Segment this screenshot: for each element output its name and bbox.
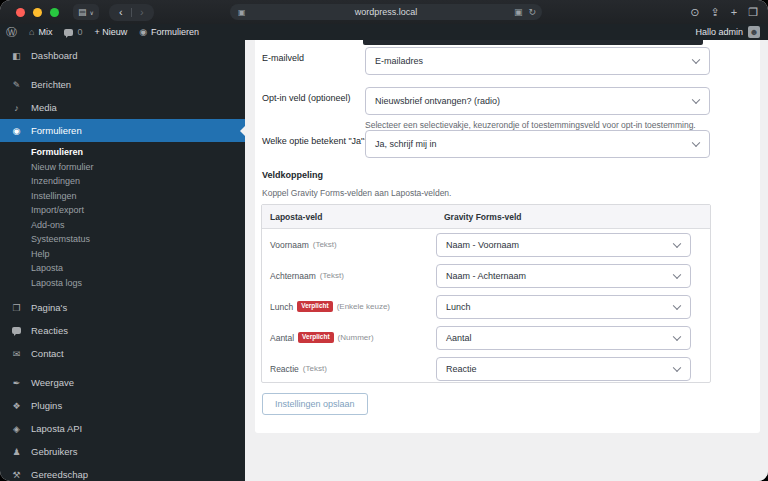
- mapping-value: Naam - Achternaam: [446, 271, 526, 281]
- back-button[interactable]: ‹: [111, 4, 131, 21]
- account-menu[interactable]: Hallo admin ☻: [695, 26, 768, 38]
- field-type: (Tekst): [313, 240, 337, 249]
- submenu-label: Import/export: [31, 205, 84, 215]
- comments-icon: [10, 326, 23, 336]
- optin-field-select[interactable]: Nieuwsbrief ontvangen? (radio): [365, 87, 710, 115]
- sidebar-item-tools[interactable]: ⚒ Gereedschap: [0, 463, 245, 481]
- address-bar[interactable]: ▣ wordpress.local ▣ ↻: [230, 4, 542, 20]
- forms-admin-menu[interactable]: ◉ Formulieren: [133, 24, 205, 40]
- mapping-value: Reactie: [446, 364, 477, 374]
- wp-admin-bar: Ⓦ ⌂ Mix 0 + Nieuw ◉ Formulieren Hallo ad…: [0, 24, 768, 40]
- submenu-label: Laposta: [31, 263, 63, 273]
- chevron-down-icon: [673, 332, 681, 340]
- sidebar-item-dashboard[interactable]: ◧ Dashboard: [0, 44, 245, 67]
- submenu-item-import-export[interactable]: Import/export: [0, 203, 245, 218]
- history-nav: ‹ ›: [109, 4, 154, 21]
- sidebar-item-pages[interactable]: ❐ Pagina's: [0, 296, 245, 319]
- submenu-item-add-ons[interactable]: Add-ons: [0, 218, 245, 233]
- share-icon[interactable]: ⇪: [710, 6, 719, 19]
- required-badge: Verplicht: [297, 301, 332, 312]
- sidebar-item-contact[interactable]: ✉ Contact: [0, 342, 245, 365]
- new-tab-button[interactable]: +: [731, 6, 737, 18]
- sidebar-item-media[interactable]: ♪ Media: [0, 96, 245, 119]
- mapping-select-aantal[interactable]: Aantal: [436, 326, 691, 350]
- reload-icon[interactable]: ↻: [528, 7, 536, 17]
- field-name: Achternaam: [270, 271, 316, 281]
- table-row: Achternaam (Tekst) Naam - Achternaam: [262, 260, 710, 291]
- optin-field-value: Nieuwsbrief ontvangen? (radio): [375, 96, 500, 106]
- translate-icon[interactable]: ▣: [514, 7, 523, 17]
- yes-option-select[interactable]: Ja, schrijf mij in: [365, 130, 710, 158]
- submenu-item-systeemstatus[interactable]: Systeemstatus: [0, 232, 245, 247]
- column-header-laposta: Laposta-veld: [262, 212, 444, 222]
- sidebar-item-forms[interactable]: ◉ Formulieren: [0, 119, 245, 142]
- field-name: Lunch: [270, 302, 293, 312]
- wp-logo-menu[interactable]: Ⓦ: [0, 24, 23, 40]
- zoom-window-button[interactable]: [50, 8, 59, 17]
- sidebar-item-label: Reacties: [31, 325, 68, 336]
- mapping-select-voornaam[interactable]: Naam - Voornaam: [436, 233, 691, 257]
- field-name: Aantal: [270, 333, 294, 343]
- field-name: Voornaam: [270, 240, 309, 250]
- sidebar-item-label: Weergave: [31, 377, 74, 388]
- contact-icon: ✉: [10, 349, 23, 359]
- mapping-select-achternaam[interactable]: Naam - Achternaam: [436, 264, 691, 288]
- mapping-value: Lunch: [446, 302, 471, 312]
- site-name: Mix: [38, 27, 52, 37]
- submenu-item-instellingen[interactable]: Instellingen: [0, 189, 245, 204]
- plugins-icon: ❖: [10, 401, 23, 411]
- column-header-gravity: Gravity Forms-veld: [444, 212, 521, 222]
- site-menu[interactable]: ⌂ Mix: [23, 24, 58, 40]
- submenu-item-formulieren[interactable]: Formulieren: [0, 145, 245, 160]
- required-badge: Verplicht: [298, 332, 333, 343]
- submenu-item-laposta-logs[interactable]: Laposta logs: [0, 276, 245, 291]
- submenu-label: Help: [31, 249, 50, 259]
- comments-menu[interactable]: 0: [58, 24, 88, 40]
- chevron-down-icon: [692, 96, 700, 104]
- mapping-select-reactie[interactable]: Reactie: [436, 357, 691, 381]
- downloads-icon[interactable]: ⊙: [690, 6, 699, 19]
- greeting-text: Hallo admin: [695, 27, 743, 37]
- chevron-down-icon: [673, 270, 681, 278]
- chevron-down-icon: ∨: [90, 9, 94, 16]
- new-content-menu[interactable]: + Nieuw: [88, 24, 133, 40]
- mapping-select-lunch[interactable]: Lunch: [436, 295, 691, 319]
- sidebar-item-appearance[interactable]: ✒ Weergave: [0, 371, 245, 394]
- sidebar-item-plugins[interactable]: ❖ Plugins: [0, 394, 245, 417]
- sidebar-item-laposta-api[interactable]: ◈ Laposta API: [0, 417, 245, 440]
- save-settings-button[interactable]: Instellingen opslaan: [262, 393, 368, 415]
- submenu-label: Nieuw formulier: [31, 162, 94, 172]
- wp-admin-sidebar: ◧ Dashboard ✎ Berichten ♪ Media ◉ Formul…: [0, 40, 245, 481]
- home-icon: ⌂: [29, 27, 34, 37]
- submenu-item-laposta[interactable]: Laposta: [0, 261, 245, 276]
- tabs-overview-icon[interactable]: ❐: [748, 6, 758, 19]
- field-type: (Enkele keuze): [337, 302, 390, 311]
- submenu-item-help[interactable]: Help: [0, 247, 245, 262]
- submenu-label: Instellingen: [31, 191, 77, 201]
- forward-button[interactable]: ›: [132, 4, 152, 21]
- close-window-button[interactable]: [16, 8, 25, 17]
- browser-sidebar-toggle[interactable]: ▤ ∨: [73, 4, 99, 20]
- sidebar-item-users[interactable]: ♟ Gebruikers: [0, 440, 245, 463]
- forms-icon: ◉: [10, 126, 23, 136]
- submenu-item-nieuw-formulier[interactable]: Nieuw formulier: [0, 160, 245, 175]
- sidebar-item-posts[interactable]: ✎ Berichten: [0, 73, 245, 96]
- table-row: Aantal Verplicht (Nummer) Aantal: [262, 322, 710, 353]
- comment-bubble-icon: [64, 29, 73, 36]
- chevron-down-icon: [673, 239, 681, 247]
- email-field-select[interactable]: E-mailadres: [365, 47, 710, 75]
- submenu-item-inzendingen[interactable]: Inzendingen: [0, 174, 245, 189]
- table-row: Voornaam (Tekst) Naam - Voornaam: [262, 229, 710, 260]
- submenu-label: Add-ons: [31, 220, 65, 230]
- sidebar-item-label: Gebruikers: [31, 446, 77, 457]
- minimize-window-button[interactable]: [33, 8, 42, 17]
- chevron-down-icon: [692, 56, 700, 64]
- field-type: (Tekst): [320, 271, 344, 280]
- sidebar-item-comments[interactable]: Reacties: [0, 319, 245, 342]
- settings-card: E-mailveld E-mailadres Opt-in veld (opti…: [255, 40, 760, 433]
- forms-submenu: Formulieren Nieuw formulier Inzendingen …: [0, 142, 245, 296]
- admin-content-area: E-mailveld E-mailadres Opt-in veld (opti…: [245, 40, 768, 481]
- submenu-label: Inzendingen: [31, 176, 80, 186]
- browser-window: ▤ ∨ ‹ › ▣ wordpress.local ▣ ↻ ⊙ ⇪ + ❐ Ⓦ: [0, 0, 768, 481]
- chevron-down-icon: [692, 139, 700, 147]
